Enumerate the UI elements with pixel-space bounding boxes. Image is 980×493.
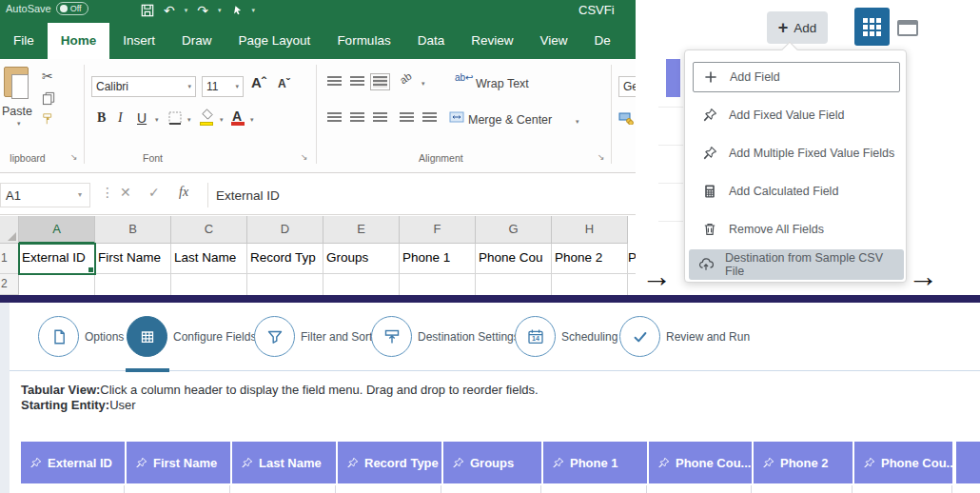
ribbon-tab-formulas[interactable]: Formulas — [323, 23, 403, 59]
increase-font-icon[interactable]: Aˆ — [251, 74, 266, 90]
field-cell[interactable] — [649, 485, 752, 493]
font-name-dropdown-icon[interactable]: ▾ — [187, 83, 191, 90]
field-cell[interactable] — [21, 485, 125, 493]
redo-icon[interactable]: ↷ — [197, 2, 208, 19]
insert-function-icon[interactable]: fx — [179, 185, 188, 200]
wrap-text-button[interactable]: Wrap Text — [476, 77, 529, 90]
save-icon[interactable] — [141, 4, 154, 17]
field-column-header[interactable]: First Name — [127, 442, 230, 483]
select-all-corner[interactable] — [0, 216, 19, 244]
decrease-indent-icon[interactable] — [400, 112, 414, 124]
toolbar-customize-icon[interactable]: ▾ — [252, 7, 256, 14]
underline-dropdown-icon[interactable]: ▾ — [155, 116, 159, 124]
font-name-select[interactable]: Calibri▾ — [91, 76, 196, 97]
column-header[interactable]: H — [552, 216, 628, 244]
field-cell[interactable] — [543, 485, 647, 493]
paste-dropdown-icon[interactable]: ▾ — [17, 120, 21, 128]
font-color-bar[interactable] — [231, 122, 245, 126]
align-middle-icon[interactable] — [350, 76, 364, 88]
font-dialog-launcher-icon[interactable]: ↘ — [301, 152, 308, 162]
field-cell[interactable] — [754, 485, 853, 493]
field-cell[interactable] — [338, 485, 441, 493]
field-column-header[interactable]: Groups — [443, 442, 541, 483]
field-column-header[interactable]: Last Name — [232, 442, 336, 483]
align-top-icon[interactable] — [327, 76, 342, 88]
name-box[interactable]: A1 — [0, 183, 90, 207]
row-header-2[interactable]: 2 — [0, 274, 19, 295]
align-center-icon[interactable] — [350, 112, 364, 124]
sheet-cell[interactable]: Phone 2 — [552, 244, 628, 274]
ribbon-tab-review[interactable]: Review — [458, 23, 526, 59]
copy-icon[interactable] — [42, 91, 56, 106]
row-header-1[interactable]: 1 — [0, 244, 19, 274]
menu-item-add-calculated-field[interactable]: Add Calculated Field — [693, 176, 900, 207]
field-column-header[interactable]: External ID — [21, 442, 125, 483]
wrap-text-icon[interactable]: ab↩ — [455, 72, 474, 83]
column-header[interactable]: E — [323, 216, 400, 244]
bold-button[interactable]: B — [97, 110, 106, 126]
clipboard-dialog-launcher-icon[interactable]: ↘ — [70, 152, 78, 162]
borders-dropdown-icon[interactable]: ▾ — [187, 116, 191, 124]
sheet-cell[interactable]: Last Name — [171, 244, 247, 274]
sheet-cell[interactable]: Phone 1 — [400, 244, 476, 274]
merge-center-icon[interactable] — [449, 110, 464, 124]
merge-center-dropdown-icon[interactable]: ▾ — [576, 118, 579, 126]
paste-page-icon[interactable] — [11, 74, 29, 99]
paste-button[interactable]: Paste — [0, 105, 34, 118]
sheet-cell[interactable]: Groups — [323, 244, 400, 274]
column-header[interactable]: C — [171, 216, 247, 244]
merge-center-button[interactable]: Merge & Center — [468, 113, 552, 127]
orientation-dropdown-icon[interactable]: ▾ — [421, 80, 425, 88]
cancel-entry-icon[interactable]: ✕ — [120, 185, 131, 200]
column-header[interactable]: A — [19, 216, 95, 244]
menu-item-remove-all-fields[interactable]: Remove All Fields — [693, 214, 900, 245]
column-header[interactable]: D — [247, 216, 323, 244]
formula-input[interactable]: External ID — [207, 183, 636, 207]
column-header[interactable]: F — [400, 216, 476, 244]
name-box-dropdown-icon[interactable]: ▾ — [78, 190, 82, 199]
orientation-icon[interactable]: ab — [398, 70, 414, 87]
menu-item-add-fixed-value-field[interactable]: Add Fixed Value Field — [693, 100, 900, 130]
format-painter-icon[interactable] — [42, 112, 55, 126]
touch-mode-icon[interactable] — [231, 4, 243, 17]
sheet-cell[interactable]: Phone Cou — [476, 244, 552, 274]
accounting-format-icon[interactable] — [618, 110, 634, 125]
field-cell[interactable] — [854, 485, 952, 493]
italic-button[interactable]: I — [118, 110, 123, 126]
number-format-select[interactable]: Gene — [618, 76, 636, 97]
step-destination-settings[interactable]: Destination Settings — [371, 316, 519, 357]
font-size-select[interactable]: 11▾ — [202, 76, 244, 97]
ribbon-tab-developer[interactable]: De — [580, 23, 623, 59]
alignment-dialog-launcher-icon[interactable]: ↘ — [598, 152, 605, 162]
align-right-icon[interactable] — [373, 112, 387, 124]
field-cell[interactable] — [443, 485, 541, 493]
field-column-header-clipped[interactable] — [956, 442, 980, 483]
ribbon-tab-draw[interactable]: Draw — [168, 23, 225, 59]
fill-color-dropdown-icon[interactable]: ▾ — [220, 116, 224, 124]
menu-item-add-field[interactable]: Add Field — [693, 62, 900, 92]
decrease-font-icon[interactable]: Aˇ — [278, 77, 290, 90]
column-header[interactable]: G — [476, 216, 552, 244]
fill-color-bar[interactable] — [200, 122, 213, 126]
sheet-row-2[interactable] — [19, 274, 636, 295]
step-filter-and-sort[interactable]: Filter and Sort — [254, 316, 372, 357]
field-column-header[interactable]: Phone Cou... — [649, 442, 752, 483]
ribbon-tab-page-layout[interactable]: Page Layout — [225, 23, 324, 59]
fill-color-icon[interactable] — [200, 108, 214, 121]
step-scheduling[interactable]: 14 Scheduling — [515, 316, 617, 357]
field-cell[interactable] — [127, 485, 230, 493]
ribbon-tab-view[interactable]: View — [526, 23, 580, 59]
add-button[interactable]: +Add — [767, 11, 828, 44]
autosave-toggle[interactable]: AutoSave Off — [6, 2, 88, 15]
step-review-and-run[interactable]: Review and Run — [619, 316, 750, 357]
confirm-entry-icon[interactable]: ✓ — [148, 185, 160, 200]
pane-view-toggle[interactable] — [893, 11, 922, 44]
field-column-header[interactable]: Phone Cou... — [854, 442, 952, 483]
ribbon-tab-home[interactable]: Home — [48, 23, 110, 59]
menu-item-destination-from-sample-csv[interactable]: Destination from Sample CSV File — [689, 249, 904, 280]
field-column-header[interactable]: Record Type — [338, 442, 441, 483]
sheet-cell[interactable]: First Name — [95, 244, 171, 274]
ribbon-tab-data[interactable]: Data — [404, 23, 459, 59]
sheet-cell-clipped[interactable]: P — [628, 244, 636, 274]
menu-item-add-multiple-fixed-value-fields[interactable]: Add Multiple Fixed Value Fields — [693, 138, 900, 168]
